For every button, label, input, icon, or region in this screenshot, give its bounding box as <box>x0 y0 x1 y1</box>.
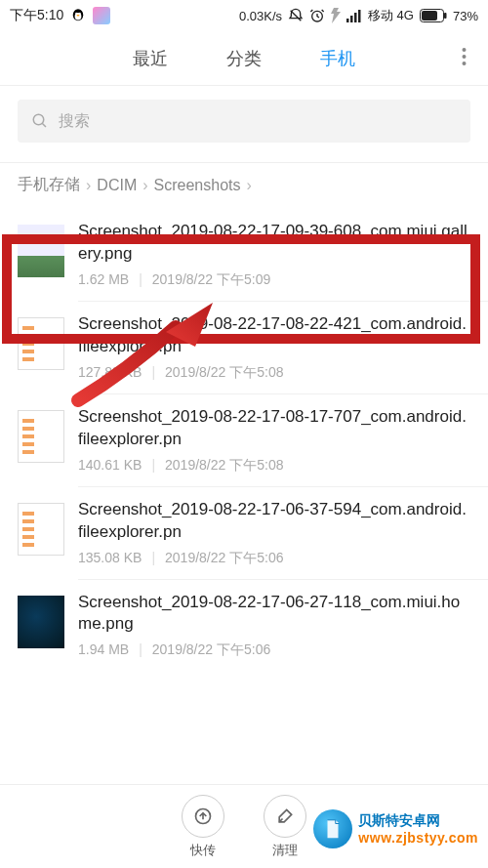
svg-point-15 <box>463 55 467 59</box>
svg-rect-7 <box>346 19 349 22</box>
file-name: Screenshot_2019-08-22-17-09-39-608_com.m… <box>78 221 470 266</box>
file-name: Screenshot_2019-08-22-17-06-37-594_com.a… <box>78 499 470 544</box>
more-icon[interactable] <box>462 47 467 70</box>
status-netspeed: 0.03K/s <box>239 9 282 23</box>
status-time: 下午5:10 <box>10 7 63 24</box>
status-bar: 下午5:10 0.03K/s 移动 4G 73% <box>0 0 488 31</box>
watermark-brand: 贝斯特安卓网 <box>358 812 478 830</box>
thumbnail <box>18 317 64 370</box>
app-icon <box>93 7 110 24</box>
file-date: 2019/8/22 下午5:08 <box>165 364 283 382</box>
list-item[interactable]: Screenshot_2019-08-22-17-09-39-608_com.m… <box>0 209 488 301</box>
svg-point-2 <box>75 13 77 15</box>
file-date: 2019/8/22 下午5:09 <box>152 271 270 289</box>
tab-category[interactable]: 分类 <box>226 47 262 70</box>
watermark-url: www.zjbstyy.com <box>358 830 478 846</box>
data-icon <box>331 8 341 23</box>
svg-rect-12 <box>444 13 447 19</box>
file-size: 140.61 KB <box>78 457 142 475</box>
status-carrier: 移动 4G <box>368 7 414 24</box>
transfer-button[interactable]: 快传 <box>182 795 224 859</box>
svg-line-18 <box>42 123 46 127</box>
mute-icon <box>288 8 304 23</box>
clean-icon <box>275 806 295 826</box>
status-battery: 73% <box>453 9 478 23</box>
watermark: 贝斯特安卓网 www.zjbstyy.com <box>313 809 478 848</box>
file-size: 135.08 KB <box>78 550 142 567</box>
clean-label: 清理 <box>272 842 298 859</box>
chevron-right-icon: › <box>86 177 91 194</box>
chevron-right-icon: › <box>142 177 147 194</box>
list-item[interactable]: Screenshot_2019-08-22-17-06-27-118_com.m… <box>0 580 488 672</box>
svg-point-4 <box>77 15 80 17</box>
file-date: 2019/8/22 下午5:08 <box>165 457 283 475</box>
svg-rect-13 <box>422 11 437 21</box>
file-date: 2019/8/22 下午5:06 <box>165 550 283 567</box>
list-item[interactable]: Screenshot_2019-08-22-17-06-37-594_com.a… <box>0 487 488 579</box>
svg-point-3 <box>79 13 81 15</box>
signal-icon <box>346 9 362 22</box>
search-input[interactable]: 搜索 <box>18 100 470 143</box>
svg-point-17 <box>33 114 44 125</box>
transfer-label: 快传 <box>190 842 216 859</box>
svg-line-5 <box>291 11 302 21</box>
file-date: 2019/8/22 下午5:06 <box>152 641 270 659</box>
svg-rect-9 <box>354 13 357 22</box>
svg-rect-8 <box>350 16 353 22</box>
chevron-right-icon: › <box>246 177 251 194</box>
tabs: 最近 分类 手机 <box>0 31 488 86</box>
thumbnail <box>18 410 64 463</box>
breadcrumb-dcim[interactable]: DCIM <box>97 177 137 194</box>
watermark-logo-icon <box>313 809 352 848</box>
file-size: 1.62 MB <box>78 271 129 289</box>
svg-rect-10 <box>358 10 361 22</box>
battery-icon <box>420 9 447 22</box>
file-size: 127.83 KB <box>78 364 142 382</box>
transfer-icon <box>193 806 213 826</box>
alarm-icon <box>309 8 325 23</box>
svg-point-14 <box>463 48 467 52</box>
tab-recent[interactable]: 最近 <box>133 47 168 70</box>
breadcrumb-screenshots[interactable]: Screenshots <box>154 177 241 194</box>
thumbnail <box>18 596 64 648</box>
search-placeholder: 搜索 <box>59 111 90 132</box>
thumbnail <box>18 225 64 277</box>
svg-point-16 <box>463 62 467 65</box>
file-name: Screenshot_2019-08-22-17-08-22-421_com.a… <box>78 313 470 358</box>
breadcrumb: 手机存储 › DCIM › Screenshots › <box>0 175 488 209</box>
tab-phone[interactable]: 手机 <box>320 47 355 70</box>
file-name: Screenshot_2019-08-22-17-06-27-118_com.m… <box>78 592 470 637</box>
thumbnail <box>18 503 64 556</box>
search-icon <box>31 112 49 130</box>
breadcrumb-root[interactable]: 手机存储 <box>18 175 80 195</box>
clean-button[interactable]: 清理 <box>264 795 306 859</box>
file-name: Screenshot_2019-08-22-17-08-17-707_com.a… <box>78 406 470 451</box>
file-size: 1.94 MB <box>78 641 129 659</box>
list-item[interactable]: Screenshot_2019-08-22-17-08-22-421_com.a… <box>0 302 488 393</box>
qq-icon <box>69 7 87 24</box>
list-item[interactable]: Screenshot_2019-08-22-17-08-17-707_com.a… <box>0 394 488 486</box>
